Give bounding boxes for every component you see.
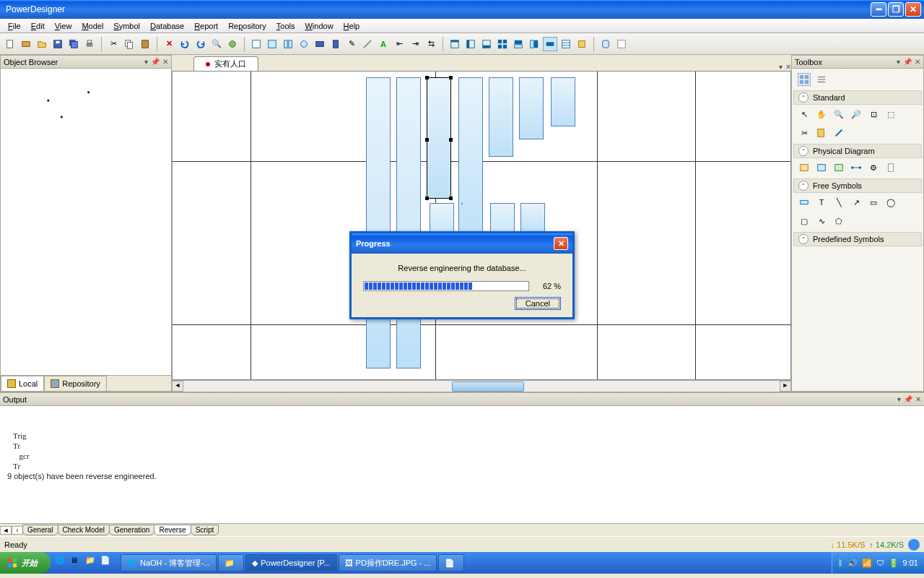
tray-vol-icon[interactable]: 🔊 bbox=[847, 558, 858, 568]
undo-icon[interactable] bbox=[178, 37, 192, 51]
start-button[interactable]: 开始 bbox=[0, 552, 51, 574]
ref-icon[interactable] bbox=[832, 161, 845, 174]
toolbox-section-standard[interactable]: ˄Standard bbox=[793, 90, 922, 105]
rect-icon[interactable]: ▭ bbox=[867, 196, 880, 209]
view-icon[interactable] bbox=[815, 161, 828, 174]
scroll-right-icon[interactable]: ► bbox=[780, 381, 791, 392]
relation-icon[interactable] bbox=[850, 161, 863, 174]
tb-b-icon[interactable] bbox=[265, 37, 279, 51]
scroll-left-icon[interactable]: ◄ bbox=[172, 381, 183, 392]
tray-net-icon[interactable]: 📶 bbox=[862, 558, 872, 568]
db-b-icon[interactable] bbox=[614, 37, 629, 51]
quick-a-icon[interactable]: 📁 bbox=[85, 556, 100, 570]
win-e-icon[interactable] bbox=[511, 37, 526, 51]
panel-close-icon[interactable]: ✕ bbox=[915, 395, 921, 403]
win-a-icon[interactable] bbox=[448, 37, 462, 51]
entity-box[interactable] bbox=[458, 77, 483, 243]
save-icon[interactable] bbox=[51, 37, 65, 51]
menu-window[interactable]: Window bbox=[300, 20, 338, 32]
output-tab-reverse[interactable]: Reverse bbox=[154, 525, 191, 535]
menu-model[interactable]: Model bbox=[77, 20, 108, 32]
copy-icon[interactable] bbox=[122, 37, 136, 51]
task-item[interactable]: 🌐 NaOH - 博客管理-... bbox=[121, 554, 217, 571]
props-icon[interactable] bbox=[225, 37, 240, 51]
new-icon[interactable] bbox=[3, 37, 17, 51]
output-tab-general[interactable]: General bbox=[22, 525, 58, 535]
menu-edit[interactable]: Edit bbox=[26, 20, 50, 32]
tb-pen-icon[interactable]: ✎ bbox=[344, 37, 359, 51]
browser-tab-local[interactable]: Local bbox=[1, 376, 44, 391]
win-c-icon[interactable] bbox=[479, 37, 494, 51]
link-icon[interactable] bbox=[832, 126, 845, 139]
paste-icon[interactable] bbox=[138, 37, 152, 51]
entity-box[interactable] bbox=[551, 77, 575, 126]
menu-view[interactable]: View bbox=[50, 20, 77, 32]
redo-icon[interactable] bbox=[193, 37, 208, 51]
browser-tab-repository[interactable]: Repository bbox=[44, 376, 107, 391]
quick-b-icon[interactable]: 📄 bbox=[100, 556, 115, 570]
table-icon[interactable] bbox=[798, 161, 811, 174]
tray-bt-icon[interactable]: ᛒ bbox=[838, 558, 843, 567]
cut-icon[interactable]: ✂ bbox=[798, 126, 811, 139]
tb-d-icon[interactable] bbox=[297, 37, 311, 51]
roundrect-icon[interactable]: ▢ bbox=[798, 215, 811, 228]
win-i-icon[interactable] bbox=[575, 37, 589, 51]
zoomfit-icon[interactable]: ⊡ bbox=[867, 108, 880, 121]
panel-close-icon[interactable]: ✕ bbox=[915, 58, 920, 66]
open-icon[interactable] bbox=[35, 37, 49, 51]
panel-pin-icon[interactable]: 📌 bbox=[904, 395, 912, 403]
polyline-icon[interactable]: ∿ bbox=[815, 215, 828, 228]
maximize-button[interactable]: ❐ bbox=[888, 2, 904, 17]
tb-j-icon[interactable]: ⇆ bbox=[424, 37, 438, 51]
panel-pin-icon[interactable]: 📌 bbox=[903, 58, 912, 66]
tb-text-icon[interactable]: A bbox=[376, 37, 391, 51]
entity-box[interactable] bbox=[519, 77, 544, 139]
grid-icon[interactable] bbox=[798, 73, 811, 86]
ellipse-icon[interactable]: ◯ bbox=[884, 196, 897, 209]
tb-a-icon[interactable] bbox=[249, 37, 263, 51]
text-icon[interactable]: T bbox=[815, 196, 828, 209]
output-tab-check[interactable]: Check Model bbox=[58, 525, 110, 535]
win-g-icon[interactable] bbox=[543, 37, 557, 51]
zoomout-icon[interactable]: 🔎 bbox=[850, 108, 863, 121]
minimize-button[interactable]: ━ bbox=[871, 2, 886, 17]
diagram-canvas[interactable] bbox=[172, 71, 791, 380]
caption-icon[interactable] bbox=[798, 196, 811, 209]
menu-report[interactable]: Report bbox=[189, 20, 223, 32]
win-h-icon[interactable] bbox=[559, 37, 573, 51]
tray-shield-icon[interactable]: 🛡 bbox=[876, 558, 884, 567]
tb-g-icon[interactable] bbox=[360, 37, 375, 51]
output-tab-gen[interactable]: Generation bbox=[109, 525, 154, 535]
dialog-titlebar[interactable]: Progress ✕ bbox=[352, 233, 572, 254]
task-item[interactable]: 📄 bbox=[438, 554, 464, 571]
close-button[interactable]: ✕ bbox=[905, 2, 921, 17]
diagram-menu-icon[interactable]: ▾ bbox=[779, 63, 783, 71]
win-f-icon[interactable] bbox=[527, 37, 541, 51]
output-tab-script[interactable]: Script bbox=[191, 525, 219, 535]
tb-i-icon[interactable]: ⇥ bbox=[408, 37, 422, 51]
output-nav-prev[interactable]: ‹ bbox=[12, 526, 23, 535]
note-icon[interactable] bbox=[815, 126, 828, 139]
task-item[interactable]: 🖼 PD操作DRE.JPG - ... bbox=[339, 554, 437, 571]
cancel-button[interactable]: Cancel bbox=[515, 297, 561, 310]
entity-box-selected[interactable] bbox=[427, 77, 451, 199]
find-icon[interactable]: 🔍 bbox=[209, 37, 224, 51]
cut-icon[interactable]: ✂ bbox=[106, 37, 121, 51]
task-item[interactable]: 📁 bbox=[218, 554, 244, 571]
list-icon[interactable] bbox=[815, 73, 828, 86]
db-a-icon[interactable] bbox=[598, 37, 613, 51]
arrow-icon[interactable]: ↗ bbox=[850, 196, 863, 209]
panel-pin-icon[interactable]: 📌 bbox=[151, 58, 160, 66]
new-model-icon[interactable] bbox=[19, 37, 33, 51]
toolbox-section-physical[interactable]: ˄Physical Diagram bbox=[793, 144, 922, 158]
win-d-icon[interactable] bbox=[495, 37, 510, 51]
diagram-tab[interactable]: 实有人口 bbox=[193, 56, 258, 71]
task-item[interactable]: ◆ PowerDesigner [P... bbox=[245, 554, 336, 571]
output-nav-first[interactable]: ◄ bbox=[0, 526, 12, 535]
zoomin-icon[interactable]: 🔍 bbox=[832, 108, 845, 121]
tb-c-icon[interactable] bbox=[281, 37, 295, 51]
toolbox-section-free[interactable]: ˄Free Symbols bbox=[793, 178, 922, 193]
horizontal-scrollbar[interactable]: ◄ ► bbox=[172, 380, 791, 392]
panel-dropdown-icon[interactable]: ▾ bbox=[144, 58, 148, 66]
entity-box[interactable] bbox=[396, 77, 421, 368]
